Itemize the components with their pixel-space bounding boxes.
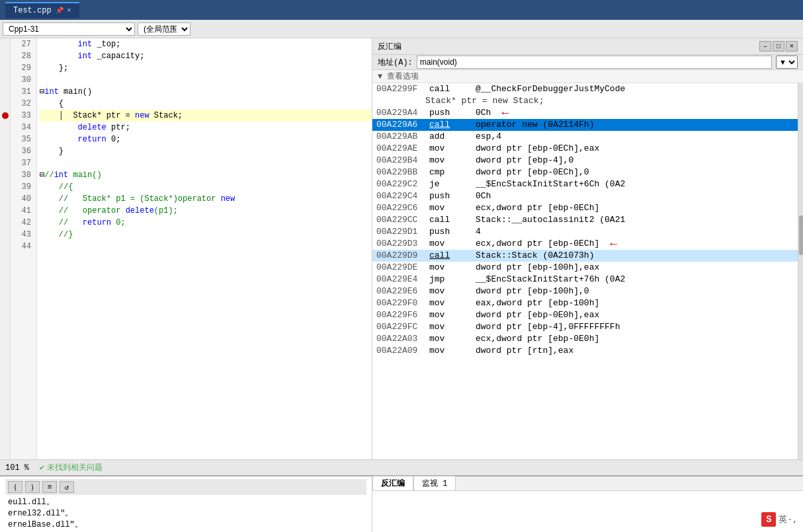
scrollbar-thumb[interactable] — [799, 215, 803, 255]
address-dropdown[interactable]: ▼ — [776, 56, 798, 69]
disasm-row[interactable]: 00A2299Fcall@__CheckForDebuggerJustMyCod… — [372, 83, 798, 95]
line-numbers: 272829303132333435363738394041424344 — [11, 38, 37, 459]
disasm-row[interactable]: 00A229F0moveax,dword ptr [ebp-100h] — [372, 297, 798, 309]
output-line: ernelBase.dll"。 — [8, 519, 364, 530]
disasm-scroll-area[interactable]: 00A2299Fcall@__CheckForDebuggerJustMyCod… — [372, 83, 798, 459]
disasm-row[interactable]: 00A229C2je__$EncStackInitStart+6Ch (0A2 — [372, 178, 798, 190]
disasm-addr: 00A229DE — [372, 262, 425, 274]
breakpoint-slot[interactable] — [0, 205, 10, 217]
breakpoint-slot[interactable] — [0, 217, 10, 229]
disasm-operand: @__CheckForDebuggerJustMyCode — [472, 83, 798, 95]
watermark-text: 英·, — [779, 513, 798, 525]
bottom-tab[interactable]: 反汇编 — [372, 476, 413, 490]
disasm-row[interactable]: 00A22A09movdword ptr [rtn],eax — [372, 345, 798, 357]
code-line: { — [40, 98, 372, 110]
breakpoint-slot[interactable] — [0, 50, 10, 62]
breakpoint-slot[interactable] — [0, 110, 10, 122]
breakpoint-slot[interactable] — [0, 86, 10, 98]
disasm-addr: 00A229E6 — [372, 285, 425, 297]
disasm-mnemonic: push — [425, 226, 472, 238]
breakpoint-slot[interactable] — [0, 74, 10, 86]
disasm-row[interactable]: 00A229A6calloperator new (0A2114Fh) — [372, 119, 798, 131]
tab-label: Test.cpp — [13, 6, 52, 15]
breakpoint-slot[interactable] — [0, 193, 10, 205]
btn4[interactable]: ↺ — [60, 481, 74, 493]
breakpoint-slot[interactable] — [0, 157, 10, 169]
disasm-operand: eax,dword ptr [ebp-100h] — [472, 297, 798, 309]
disasm-row[interactable]: 00A229E6movdword ptr [ebp-100h],0 — [372, 285, 798, 297]
disasm-row[interactable]: 00A229CCcallStack::__autoclassinit2 (0A2… — [372, 214, 798, 226]
disasm-operand: ecx,dword ptr [ebp-0ECh]← — [472, 238, 798, 250]
line-number: 38 — [11, 169, 34, 181]
breakpoint-slot[interactable] — [0, 38, 10, 50]
minimize-button[interactable]: – — [759, 41, 771, 52]
disasm-operand: dword ptr [ebp-100h],eax — [472, 262, 798, 274]
btn1[interactable]: ⟨ — [8, 481, 22, 493]
view-options[interactable]: ▼ 查看选项 — [372, 70, 803, 83]
disasm-addr: 00A229FC — [372, 321, 425, 333]
code-line: //} — [40, 229, 372, 241]
disasm-row[interactable]: 00A229C4push0Ch — [372, 190, 798, 202]
scope-dropdown[interactable]: (全局范围) — [138, 22, 190, 36]
file-tab[interactable]: Test.cpp 📌 × — [5, 2, 79, 18]
file-dropdown[interactable]: Cpp1-31 — [3, 22, 135, 36]
disasm-mnemonic: call — [425, 214, 472, 226]
close-panel-button[interactable]: × — [786, 41, 798, 52]
disasm-row[interactable]: 00A229ABaddesp,4 — [372, 131, 798, 143]
breakpoint-slot[interactable] — [0, 98, 10, 110]
line-number: 35 — [11, 133, 34, 145]
disasm-addr: 00A229A4 — [372, 107, 425, 119]
maximize-button[interactable]: □ — [773, 41, 784, 52]
disasm-addr: 00A229D1 — [372, 226, 425, 238]
disasm-addr: 00A229F0 — [372, 297, 425, 309]
status-ok: ✔ 未找到相关问题 — [40, 462, 103, 473]
disasm-addr: 00A229AB — [372, 131, 425, 143]
disasm-addr: 00A229B4 — [372, 155, 425, 167]
disasm-row[interactable]: Stack* ptr = new Stack; — [372, 95, 798, 107]
disasm-mnemonic: mov — [425, 309, 472, 321]
code-line: │ Stack* ptr = new Stack; — [40, 110, 372, 122]
code-toolbar: Cpp1-31 (全局范围) — [0, 20, 803, 38]
btn3[interactable]: ≡ — [42, 481, 57, 493]
tab-close-button[interactable]: × — [67, 7, 71, 15]
disasm-row[interactable]: 00A229FCmovdword ptr [ebp-4],0FFFFFFFFh — [372, 321, 798, 333]
breakpoint-slot[interactable] — [0, 122, 10, 133]
breakpoint-slot[interactable] — [0, 169, 10, 181]
disasm-operand: dword ptr [ebp-0ECh],eax — [472, 143, 798, 155]
code-content: 272829303132333435363738394041424344 int… — [0, 38, 372, 459]
disasm-row[interactable]: 00A229DEmovdword ptr [ebp-100h],eax — [372, 262, 798, 274]
btn2[interactable]: ⟩ — [25, 481, 40, 493]
disasm-scrollbar[interactable] — [798, 83, 803, 459]
address-input[interactable] — [417, 56, 772, 69]
disasm-operand: 0Ch← — [472, 107, 798, 119]
disasm-row[interactable]: 00A22A03movecx,dword ptr [ebp-0E0h] — [372, 333, 798, 345]
code-line — [40, 241, 372, 252]
disasm-row[interactable]: 00A229D1push4 — [372, 226, 798, 238]
code-line: return 0; — [40, 133, 372, 145]
disasm-operand: dword ptr [ebp-4],0 — [472, 155, 798, 167]
breakpoint-slot[interactable] — [0, 145, 10, 157]
disasm-row[interactable]: 00A229C6movecx,dword ptr [ebp-0ECh] — [372, 202, 798, 214]
panel-controls: – □ × — [759, 41, 798, 52]
disasm-addr: 00A22A03 — [372, 333, 425, 345]
disasm-row[interactable]: 00A229A4push0Ch← — [372, 107, 798, 119]
disasm-row[interactable]: 00A229D9callStack::Stack (0A21073h) — [372, 250, 798, 262]
red-arrow-icon: ← — [610, 238, 617, 250]
breakpoint-slot[interactable] — [0, 181, 10, 193]
disasm-row[interactable]: 00A229D3movecx,dword ptr [ebp-0ECh]← — [372, 238, 798, 250]
disasm-row[interactable]: 00A229F6movdword ptr [ebp-0E0h],eax — [372, 309, 798, 321]
line-number: 39 — [11, 181, 34, 193]
disasm-row[interactable]: 00A229E4jmp__$EncStackInitStart+76h (0A2 — [372, 274, 798, 285]
disasm-addr: 00A229C2 — [372, 178, 425, 190]
breakpoint-slot[interactable] — [0, 133, 10, 145]
tab-pin-icon: 📌 — [56, 7, 63, 15]
disasm-addr: 00A229C6 — [372, 202, 425, 214]
disasm-row[interactable]: 00A229B4movdword ptr [ebp-4],0 — [372, 155, 798, 167]
disasm-row[interactable]: 00A229AEmovdword ptr [ebp-0ECh],eax — [372, 143, 798, 155]
breakpoint-slot[interactable] — [0, 62, 10, 74]
bottom-tab[interactable]: 监视 1 — [413, 476, 456, 490]
code-line: delete ptr; — [40, 122, 372, 133]
disasm-row[interactable]: 00A229BBcmpdword ptr [ebp-0ECh],0 — [372, 167, 798, 178]
breakpoint-slot[interactable] — [0, 229, 10, 241]
breakpoint-slot[interactable] — [0, 241, 10, 252]
